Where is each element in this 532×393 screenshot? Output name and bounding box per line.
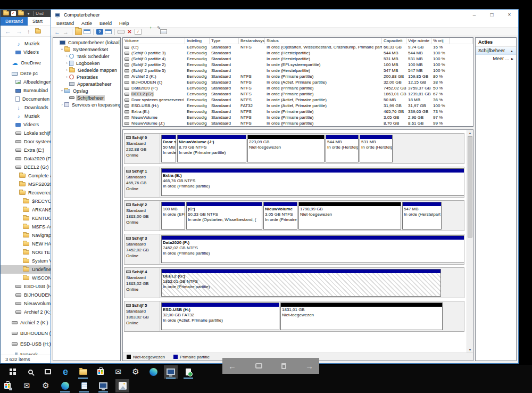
settings-icon[interactable]	[39, 379, 53, 392]
store-locked-icon[interactable]	[1, 379, 14, 392]
mail-icon[interactable]	[111, 365, 125, 379]
column-header[interactable]: Bestandssysteem	[239, 38, 265, 44]
forward-icon[interactable]	[62, 28, 69, 35]
mail-icon[interactable]	[20, 379, 34, 392]
checklist-icon[interactable]	[135, 29, 142, 35]
folder-icon[interactable]	[3, 11, 9, 15]
volume-row[interactable]: DEEL2 (G:)EenvoudigStandaardNTFSIn orde …	[123, 91, 473, 97]
search-icon[interactable]	[23, 365, 37, 379]
forward-icon[interactable]	[16, 28, 22, 35]
expander-icon[interactable]: ›	[64, 54, 69, 59]
partition[interactable]: 1831,01 GBNiet-toegewezen	[280, 302, 443, 330]
disk-label[interactable]: Schijf 3Standaard7452,02 GBOnline	[124, 234, 160, 264]
ribbon-tab-start[interactable]: Start	[28, 17, 47, 26]
scroll-down-button[interactable]: ▼	[467, 347, 473, 353]
console-icon[interactable]	[84, 29, 90, 34]
edge-icon[interactable]	[58, 379, 72, 392]
volume-row[interactable]: NieuwVolumeEenvoudigStandaardNTFSIn orde…	[123, 114, 473, 120]
forward-arrow-icon[interactable]	[305, 362, 313, 371]
collapse-arrow-icon[interactable]	[510, 48, 513, 53]
tree-item[interactable]: Apparaatbeheer	[53, 80, 120, 87]
disk-label[interactable]: Schijf 4Standaard1863,02 GBOnline	[124, 268, 160, 298]
partition[interactable]: ESD-USB (H:)32,00 GB FAT32In orde (Actie…	[161, 302, 279, 330]
tree-item[interactable]: ›Task Scheduler	[53, 53, 120, 60]
disk-row[interactable]: Schijf 2Standaard1863,00 GBOnline100 MBI…	[124, 200, 464, 231]
disk-row[interactable]: Schijf 3Standaard7452,02 GBOnlineData202…	[124, 234, 464, 265]
scroll-up-button[interactable]: ▲	[467, 130, 473, 136]
volume-row[interactable]: Door systeem gereserveerd (D:)EenvoudigS…	[123, 97, 473, 103]
scroll-thumb[interactable]	[468, 136, 472, 238]
menu-actie[interactable]: Actie	[78, 21, 96, 26]
volume-row[interactable]: (C:)EenvoudigStandaardNTFSIn orde (Opsta…	[123, 44, 473, 50]
edge-icon[interactable]	[146, 365, 160, 379]
disk-row[interactable]: Schijf 1Standaard465,76 GBOnlineExtra (E…	[124, 167, 464, 198]
partition[interactable]: 531 MBIn orde (Herstelpart	[360, 135, 393, 162]
tree-item[interactable]: ›Systeemwerkset	[53, 46, 120, 53]
column-header[interactable]: Type	[210, 38, 239, 44]
properties-icon[interactable]	[160, 29, 167, 34]
close-button[interactable]: ×	[501, 10, 518, 20]
file-explorer-icon[interactable]	[76, 365, 90, 379]
menu-beeld[interactable]: Beeld	[96, 21, 115, 26]
expander-icon[interactable]: ›	[60, 47, 64, 52]
disk-row[interactable]: Schijf 0Standaard232,88 GBOnlineDoor sys…	[124, 133, 464, 164]
menu-help[interactable]: Help	[115, 21, 133, 26]
setup-doc-icon[interactable]	[181, 365, 195, 379]
statusbar-icon[interactable]	[118, 30, 124, 34]
partition[interactable]: Extra (E:)465,76 GB NTFSIn orde (Primair…	[161, 168, 464, 196]
partition[interactable]: DEEL2 (G:)1863,01 GB NTFSIn orde (Primai…	[161, 269, 441, 297]
folder-edit-icon[interactable]	[152, 28, 159, 35]
volume-row[interactable]: Data2020 (F:)EenvoudigStandaardNTFSIn or…	[123, 85, 473, 91]
partition[interactable]: NieuwVolume (J:)8,70 GB NTFSIn orde (Pri…	[177, 135, 246, 162]
column-header[interactable]: Status	[265, 38, 382, 44]
expander-icon[interactable]: ›	[64, 68, 69, 72]
partition[interactable]: 100 MBIn orde (EFI-s	[161, 202, 185, 230]
computer-management-icon[interactable]	[164, 365, 178, 379]
volume-row[interactable]: (Schijf 0 partitie 4)EenvoudigStandaardI…	[123, 56, 473, 62]
delete-icon[interactable]	[281, 363, 286, 369]
disk-label[interactable]: Schijf 2Standaard1863,00 GBOnline	[124, 201, 160, 231]
tree-item[interactable]: ›Opslag	[53, 87, 120, 94]
help-icon[interactable]	[96, 29, 103, 35]
expander-icon[interactable]: ›	[60, 102, 64, 107]
partition[interactable]: NieuwVolume3,05 GB NTFSIn orde (Primaire…	[263, 202, 297, 230]
slideshow-icon[interactable]	[255, 363, 262, 369]
disk-label[interactable]: Schijf 0Standaard232,88 GBOnline	[124, 134, 160, 163]
volume-row[interactable]: (Schijf 0 partitie 3)EenvoudigStandaardI…	[123, 50, 473, 56]
console-icon[interactable]	[105, 29, 112, 34]
back-arrow-icon[interactable]	[228, 362, 236, 371]
disk-label[interactable]: Schijf 1Standaard465,76 GBOnline	[124, 167, 160, 197]
volume-row[interactable]: BIJHOUDEN (I:)EenvoudigStandaardNTFSIn o…	[123, 79, 473, 85]
column-header[interactable]: % vrij	[431, 38, 450, 44]
start-icon[interactable]	[6, 365, 20, 379]
column-header[interactable]: Capaciteit	[382, 38, 406, 44]
folder-up-icon[interactable]	[143, 28, 150, 35]
disk-row[interactable]: Schijf 5Standaard1863,02 GBOnlineESD-USB…	[124, 301, 464, 332]
tree-item[interactable]: ›Prestaties	[53, 73, 120, 80]
back-icon[interactable]	[5, 28, 11, 35]
partition[interactable]: (C:)60,33 GB NTFSIn orde (Opstarten, Wis…	[186, 202, 262, 230]
delete-icon[interactable]	[126, 28, 133, 35]
tree-item[interactable]: ›Gedeelde mappen	[53, 67, 120, 73]
actions-item-more[interactable]: Meer ...	[476, 55, 516, 62]
partition[interactable]: 544 MBIn orde (Herstelpart	[326, 135, 359, 162]
volume-row[interactable]: (Schijf 2 partitie 5)EenvoudigStandaardI…	[123, 68, 473, 73]
task-view-icon[interactable]	[41, 365, 55, 379]
ribbon-tab-bestand[interactable]: Bestand	[1, 17, 28, 26]
actions-item-schijfbeheer[interactable]: Schijfbeheer	[476, 47, 516, 55]
volume-row[interactable]: NieuwVolume (J:)EenvoudigStandaardNTFSIn…	[123, 120, 473, 126]
caret-down-icon[interactable]	[26, 11, 31, 16]
back-icon[interactable]	[54, 28, 61, 35]
notepad-icon[interactable]	[77, 379, 91, 392]
volume-row[interactable]: (Schijf 2 partitie 2)EenvoudigStandaardI…	[123, 62, 473, 68]
tree-item[interactable]: Computerbeheer (lokaal)	[53, 39, 120, 46]
edge-legacy-icon[interactable]	[59, 365, 72, 379]
store-icon[interactable]	[94, 365, 107, 379]
open-folder-icon[interactable]	[75, 28, 82, 35]
volume-row[interactable]: Archief 2 (K:)EenvoudigStandaardNTFSIn o…	[123, 73, 473, 79]
up-icon[interactable]	[27, 28, 30, 35]
check-icon[interactable]	[11, 11, 16, 16]
partition[interactable]: Data2020 (F:)7452,02 GB NTFSIn orde (Pri…	[161, 235, 464, 263]
column-header[interactable]: Vrije ruimte	[406, 38, 431, 44]
tree-item[interactable]: Schijfbeheer	[53, 94, 120, 101]
